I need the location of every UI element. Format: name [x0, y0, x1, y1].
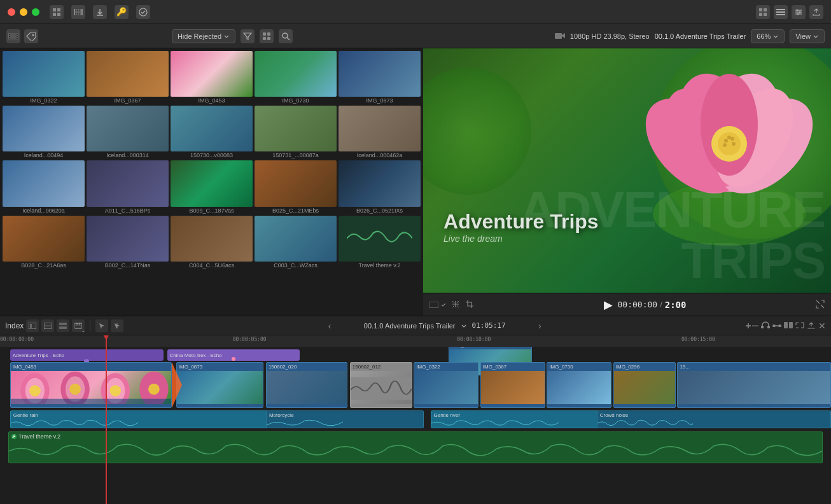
video-clip-img0453[interactable]: IMG_0453 [10, 362, 172, 408]
media-item-16[interactable]: B002_C...14TNas [87, 216, 169, 269]
media-item-6[interactable]: Iceland...000314 [87, 106, 169, 158]
media-item-4[interactable]: IMG_0873 [339, 51, 421, 104]
hide-rejected-btn[interactable]: Hide Rejected [172, 29, 235, 43]
headphones-icon[interactable] [761, 321, 770, 330]
svg-rect-10 [75, 13, 76, 15]
viewer-duration: 2:00 [665, 300, 687, 310]
audio-clip-adventure[interactable]: Adventure Trips - Echo [10, 349, 164, 361]
tl-settings-btn[interactable] [72, 319, 85, 332]
media-item-7[interactable]: 150730...v00083 [171, 106, 253, 158]
media-item-19[interactable]: Travel theme v.2 [339, 216, 421, 269]
video-clip-img0322[interactable]: IMG_0322 [414, 362, 478, 408]
fullscreen-button[interactable] [32, 8, 39, 16]
search-icon[interactable] [279, 29, 293, 43]
svg-rect-61 [29, 323, 36, 329]
tl-collapse-btn[interactable] [57, 319, 69, 332]
media-item-18[interactable]: C003_C...WZacs [255, 216, 337, 269]
media-thumb-1 [87, 51, 169, 97]
download-icon[interactable] [93, 5, 107, 19]
media-item-0[interactable]: IMG_0322 [3, 51, 85, 104]
chevron-down-icon [461, 323, 467, 329]
video-clip-150802012[interactable]: 150802_012 [350, 362, 412, 408]
audio-clip-china[interactable]: China Moto-trek - Echo [167, 349, 300, 361]
svg-rect-1 [57, 8, 60, 11]
media-name-7: 150730...v00083 [171, 152, 253, 158]
tags-icon[interactable] [24, 29, 38, 43]
media-item-3[interactable]: IMG_0730 [255, 51, 337, 104]
filter-icon[interactable] [241, 29, 255, 43]
video-clip-15[interactable]: 15... [677, 362, 831, 408]
playhead[interactable] [106, 335, 107, 347]
video-clip-150802020[interactable]: 150802_020 [266, 362, 347, 408]
minimize-button[interactable] [20, 8, 27, 16]
video-clip-img0873[interactable]: IMG_0873 [176, 362, 263, 408]
viewer-display-btn[interactable] [429, 302, 446, 308]
media-item-15[interactable]: B028_C...21A6as [3, 216, 85, 269]
export-icon[interactable] [809, 5, 823, 19]
video-clip-img0298[interactable]: IMG_0298 [613, 362, 676, 408]
svg-rect-60 [429, 302, 438, 308]
viewer-bg-text: ADVENTURETRIPS [513, 178, 831, 293]
media-item-5[interactable]: Iceland...00494 [3, 106, 85, 158]
sfx-crowd-noise[interactable]: Crowd noise [597, 410, 831, 428]
check-icon[interactable] [136, 5, 150, 19]
ruler-mark-10: 00:00:10:00 [457, 337, 491, 342]
library-icon[interactable] [50, 5, 64, 19]
video-clip-img0367[interactable]: IMG_0367 [480, 362, 545, 408]
timeline-right-controls: ✕ [746, 321, 826, 331]
tl-tool-arrow[interactable] [95, 319, 108, 332]
viewer-crop-btn[interactable] [465, 300, 474, 310]
svg-rect-66 [59, 326, 67, 329]
tl-close-btn[interactable]: ✕ [818, 321, 826, 331]
tl-next-btn[interactable]: › [536, 321, 544, 331]
svg-rect-2 [53, 13, 56, 16]
media-item-14[interactable]: B026_C...0521IXs [339, 160, 421, 213]
media-item-2[interactable]: IMG_0453 [171, 51, 253, 104]
viewer-expand-btn[interactable] [816, 300, 825, 310]
tl-share-btn[interactable] [807, 321, 816, 330]
svg-point-26 [797, 13, 799, 15]
media-item-8[interactable]: 150731_...00087a [255, 106, 337, 158]
list-view-icon[interactable] [774, 5, 788, 19]
link-icon[interactable] [772, 322, 781, 330]
zoom-in-icon[interactable] [746, 323, 758, 328]
clips-icon[interactable] [6, 29, 20, 43]
media-item-17[interactable]: C004_C...5U6acs [171, 216, 253, 269]
transition-marker [172, 362, 182, 408]
grid-clip-icon[interactable] [260, 29, 274, 43]
media-item-1[interactable]: IMG_0367 [87, 51, 169, 104]
clip-view-icon[interactable] [784, 322, 793, 330]
svg-rect-18 [776, 9, 785, 10]
music-track[interactable]: Travel theme v.2 [8, 431, 823, 463]
close-button[interactable] [8, 8, 15, 16]
index-label: Index [5, 321, 24, 330]
tl-expand-btn[interactable] [41, 319, 54, 332]
media-item-13[interactable]: B025_C...21MEbs [255, 160, 337, 213]
clip-thumb-img0873 [177, 371, 263, 404]
adjust-icon[interactable] [792, 5, 806, 19]
svg-rect-44 [347, 225, 412, 251]
view-btn[interactable]: View [790, 29, 825, 43]
svg-rect-5 [74, 9, 75, 15]
zoom-control[interactable]: 66% [751, 29, 785, 43]
video-clip-img0730[interactable]: IMG_0730 [547, 362, 611, 408]
tl-prev-btn[interactable]: ‹ [326, 321, 334, 331]
media-thumb-15 [3, 216, 85, 262]
svg-rect-7 [75, 10, 76, 11]
media-item-9[interactable]: Iceland...000462a [339, 106, 421, 158]
sfx-motorcycle[interactable]: Motorcycle [266, 410, 424, 428]
tl-expand-full-btn[interactable] [795, 322, 804, 330]
media-item-11[interactable]: A011_C...516BPs [87, 160, 169, 213]
viewer-transform-btn[interactable] [451, 300, 460, 310]
media-item-12[interactable]: B009_C...187Vas [171, 160, 253, 213]
grid-view-icon[interactable] [756, 5, 770, 19]
filmstrip-icon[interactable] [71, 5, 85, 19]
play-button[interactable]: ▶ [604, 298, 613, 312]
viewer-scene: Adventure Trips Live the dream ADVENTURE… [423, 48, 831, 293]
media-item-10[interactable]: Iceland...00620a [3, 160, 85, 213]
clip-thumb-img0367 [481, 371, 545, 404]
tl-tool-trim[interactable] [111, 319, 123, 332]
sfx-gentle-rain[interactable]: Gentle rain [10, 410, 276, 428]
key-icon[interactable]: 🔑 [115, 5, 129, 19]
tl-clip-appearance-btn[interactable] [26, 319, 39, 332]
